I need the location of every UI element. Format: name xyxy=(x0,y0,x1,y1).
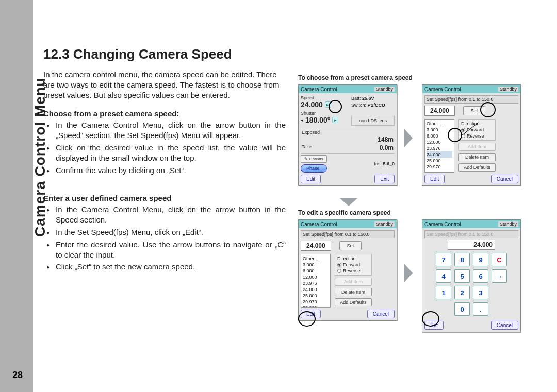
key-8[interactable]: 8 xyxy=(454,253,470,266)
key-9[interactable]: 9 xyxy=(473,253,488,266)
key-2[interactable]: 2 xyxy=(454,286,470,299)
page-title: 12.3 Changing Camera Speed xyxy=(43,46,286,62)
key-4[interactable]: 4 xyxy=(436,269,451,283)
range-label: Set Speed[fps] from 0.1 to 150.0 xyxy=(424,95,518,104)
side-tab-strip xyxy=(0,0,33,392)
titlebar: Camera Control Standby xyxy=(422,85,520,93)
list-item: Click „Set“ to set the new camera speed. xyxy=(56,262,286,272)
lens-note: non LDS lens xyxy=(351,116,395,126)
keypad: 7 8 9 C 4 5 6 → 1 2 3 0 . xyxy=(436,253,507,316)
delete-item-button[interactable]: Delete Item xyxy=(335,288,372,296)
list-item: Enter the desired value. Use the arrow b… xyxy=(56,240,286,260)
add-item-button[interactable]: Add Item xyxy=(335,278,372,286)
shutter-label: Shutter xyxy=(301,111,350,116)
switch-value: PS/CCU xyxy=(368,103,385,108)
subhead-preset: Choose from a preset camera speed: xyxy=(43,109,286,118)
batt-label: Batt: xyxy=(351,96,361,101)
range-label: Set Speed[fps] from 0.1 to 150.0 xyxy=(424,230,518,238)
delete-item-button[interactable]: Delete Item xyxy=(458,153,496,161)
set-button[interactable]: Set xyxy=(339,241,362,250)
figure-row-top: Camera Control Standby Speed 24.000 ▸ Sh… xyxy=(298,84,546,195)
take-label: Take xyxy=(302,144,312,151)
status-badge: Standby xyxy=(498,87,518,92)
cancel-button[interactable]: Cancel xyxy=(491,175,518,183)
list-item: In the Camera Control Menu, click on the… xyxy=(56,120,286,141)
exposed-value: 148m xyxy=(378,136,394,143)
arrow-right-icon xyxy=(404,264,413,282)
window-set-speed: Camera Control Standby Set Speed[fps] fr… xyxy=(422,84,521,186)
speed-listbox[interactable]: Other ...3.0006.00012.00023.97624.00025.… xyxy=(424,119,454,173)
figure-caption-bottom: To edit a specific camera speed xyxy=(298,209,546,216)
key-dot[interactable]: . xyxy=(473,302,488,316)
take-value: 0.0m xyxy=(380,144,394,151)
key-1[interactable]: 1 xyxy=(436,286,451,299)
keypad-display: 24.000 xyxy=(448,240,495,250)
options-button[interactable]: ✎ Options xyxy=(301,155,327,163)
set-button[interactable]: Set xyxy=(463,106,486,115)
direction-group: Direction Forward Reverse xyxy=(458,119,496,141)
window-title: Camera Control xyxy=(301,87,337,92)
speed-listbox[interactable]: Other ...3.0006.00012.00023.97624.00025.… xyxy=(301,254,331,308)
edit-button[interactable]: Edit xyxy=(424,175,445,183)
add-item-button[interactable]: Add Item xyxy=(458,143,496,151)
window-camera-control: Camera Control Standby Speed 24.000 ▸ Sh… xyxy=(298,84,397,186)
speed-value: 24.000 xyxy=(301,100,323,109)
add-defaults-button[interactable]: Add Defaults xyxy=(458,163,496,172)
list-item: Click on the desired value in the speed … xyxy=(56,143,286,163)
figure-row-bottom: Camera ControlStandby Set Speed[fps] fro… xyxy=(298,219,546,330)
key-clear[interactable]: C xyxy=(492,253,507,266)
list-item: In the Camera Control Menu, click on the… xyxy=(56,204,286,225)
key-5[interactable]: 5 xyxy=(454,269,470,283)
edit-button[interactable]: Edit xyxy=(301,310,321,318)
exit-button[interactable]: Exit xyxy=(374,175,395,183)
userdef-steps: In the Camera Control Menu, click on the… xyxy=(43,204,286,272)
page-number: 28 xyxy=(12,370,23,381)
phase-button[interactable]: Phase xyxy=(301,164,327,173)
intro-paragraph: In the camera control menu, the camera s… xyxy=(43,70,286,100)
key-arrow[interactable]: → xyxy=(492,269,507,283)
cancel-button[interactable]: Cancel xyxy=(491,321,518,330)
switch-label: Switch: xyxy=(351,103,366,108)
window-title: Camera Control xyxy=(424,87,461,92)
key-6[interactable]: 6 xyxy=(473,269,488,283)
status-badge: Standby xyxy=(374,87,395,92)
shutter-value: 180.00° xyxy=(305,116,330,124)
radio-reverse[interactable]: Reverse xyxy=(461,133,493,139)
iris-value: 5.6_0 xyxy=(383,161,395,166)
list-item: In the Set Speed(fps) Menu, click on „Ed… xyxy=(56,227,286,237)
preset-steps: In the Camera Control Menu, click on the… xyxy=(43,120,286,175)
cancel-button[interactable]: Cancel xyxy=(367,310,395,318)
set-button[interactable]: Set xyxy=(424,321,444,330)
add-defaults-button[interactable]: Add Defaults xyxy=(335,298,372,306)
radio-forward[interactable]: Forward xyxy=(337,262,369,267)
arrow-down-icon xyxy=(339,198,358,206)
key-7[interactable]: 7 xyxy=(436,253,451,266)
speed-arrow-button[interactable]: ▸ xyxy=(325,101,331,108)
batt-value: 25.6V xyxy=(362,96,374,101)
key-0[interactable]: 0 xyxy=(454,302,470,316)
window-set-speed: Camera ControlStandby Set Speed[fps] fro… xyxy=(298,219,397,321)
radio-reverse[interactable]: Reverse xyxy=(337,268,369,274)
iris-label: Iris: xyxy=(374,161,382,166)
shutter-arrow-button[interactable]: ▸ xyxy=(332,117,338,123)
exposed-label: Exposed xyxy=(302,130,320,135)
figure-caption-top: To choose from a preset camera speed xyxy=(298,74,546,81)
main-text-column: 12.3 Changing Camera Speed In the camera… xyxy=(43,46,286,274)
window-keypad: Camera ControlStandby Set Speed[fps] fro… xyxy=(422,219,521,332)
edit-button[interactable]: Edit xyxy=(301,175,321,183)
titlebar: Camera Control Standby xyxy=(299,85,397,93)
arrow-right-icon xyxy=(404,129,413,147)
key-3[interactable]: 3 xyxy=(473,286,488,299)
list-item: Confirm the value by clicking on „Set“. xyxy=(56,165,286,176)
subhead-userdef: Enter a user defined camera speed xyxy=(43,194,286,202)
current-speed: 24.000 xyxy=(424,106,455,116)
speed-label: Speed xyxy=(301,95,350,100)
figure-column: To choose from a preset camera speed Cam… xyxy=(298,71,546,335)
